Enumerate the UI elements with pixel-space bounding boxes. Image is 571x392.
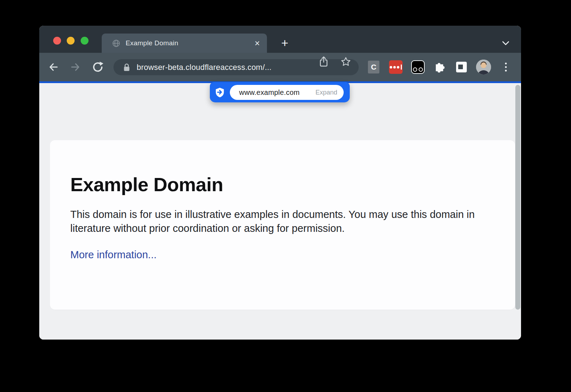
page-viewport: www.example.com Expand Example Domain Th… [39,83,521,340]
tab-search-chevron-icon[interactable] [502,41,510,46]
page-title: Example Domain [70,173,494,196]
share-icon[interactable] [318,56,329,67]
isolation-domain-pill[interactable]: www.example.com Expand [210,82,350,102]
lock-icon[interactable] [123,63,131,72]
bookmark-star-icon[interactable] [340,56,351,67]
browser-window: Example Domain × + [39,26,521,340]
window-close-button[interactable] [53,37,61,45]
tab-close-icon[interactable]: × [254,39,261,48]
more-information-link[interactable]: More information... [70,249,157,261]
desktop-background: Example Domain × + [0,0,571,392]
two-circles-extension-icon[interactable] [411,60,425,74]
extensions-puzzle-icon[interactable] [434,62,445,73]
browser-tab[interactable]: Example Domain × [102,34,267,53]
window-zoom-button[interactable] [81,37,89,45]
expand-button[interactable]: Expand [315,89,337,96]
url-text: browser-beta.cloudflareaccess.com/... [137,63,272,72]
c-extension-icon[interactable]: C [368,61,379,73]
globe-favicon-icon [112,39,120,47]
scrollbar-thumb[interactable] [515,85,520,310]
url-bar[interactable]: browser-beta.cloudflareaccess.com/... [113,59,359,75]
page-paragraph: This domain is for use in illustrative e… [70,208,488,235]
window-minimize-button[interactable] [67,37,75,45]
shield-arrow-icon [214,87,225,98]
forward-button[interactable] [69,61,81,73]
back-button[interactable] [47,61,60,73]
tab-strip: Example Domain × + [39,26,521,53]
isolated-domain-text: www.example.com [239,88,300,97]
new-tab-button[interactable]: + [278,36,292,50]
reload-button[interactable] [92,61,104,73]
tab-title: Example Domain [126,39,254,47]
browser-menu-kebab-icon[interactable] [504,63,507,72]
content-card: Example Domain This domain is for use in… [50,140,515,310]
profile-avatar[interactable] [476,60,491,75]
toolbar: browser-beta.cloudflareaccess.com/... C [39,53,521,81]
side-panel-icon[interactable] [456,62,467,72]
red-dots-extension-icon[interactable] [389,60,403,74]
isolation-pill-inner[interactable]: www.example.com Expand [230,85,344,100]
